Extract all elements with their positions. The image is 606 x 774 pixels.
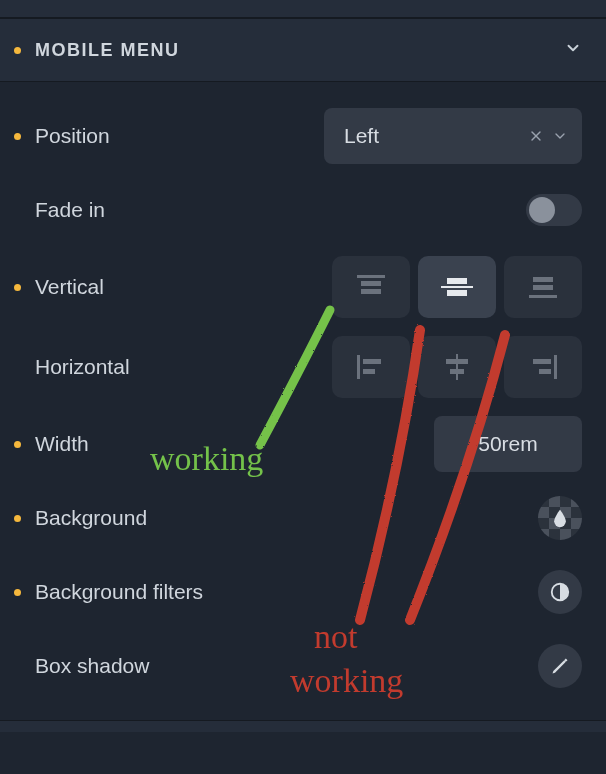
dot-spacer (14, 207, 21, 214)
position-select-value: Left (344, 124, 520, 148)
row-background: Background (14, 490, 582, 546)
align-left-icon (351, 351, 391, 383)
row-position: Position Left (14, 108, 582, 164)
align-bottom-icon (523, 271, 563, 303)
vertical-align-bottom-button[interactable] (504, 256, 582, 318)
modified-dot-icon (14, 47, 21, 54)
label-bg-filters: Background filters (35, 580, 538, 604)
panel-body: Position Left Fade in Vertical (0, 82, 606, 720)
svg-rect-2 (357, 275, 385, 278)
chevron-down-icon[interactable] (552, 128, 568, 144)
background-color-button[interactable] (538, 496, 582, 540)
svg-rect-14 (456, 354, 458, 380)
pencil-icon (550, 656, 570, 676)
modified-dot-icon (14, 441, 21, 448)
svg-rect-11 (357, 355, 360, 379)
row-bg-filters: Background filters (14, 564, 582, 620)
align-middle-icon (437, 271, 477, 303)
horizontal-align-left-button[interactable] (332, 336, 410, 398)
label-vertical: Vertical (35, 275, 332, 299)
svg-rect-8 (533, 277, 553, 282)
align-right-icon (523, 351, 563, 383)
row-width: Width 50rem (14, 416, 582, 472)
vertical-align-middle-button[interactable] (418, 256, 496, 318)
bg-filters-button[interactable] (538, 570, 582, 614)
svg-rect-19 (539, 369, 551, 374)
row-fade-in: Fade in (14, 182, 582, 238)
svg-rect-18 (533, 359, 551, 364)
contrast-icon (549, 581, 571, 603)
row-horizontal: Horizontal (14, 336, 582, 398)
bottom-divider (0, 720, 606, 732)
svg-rect-3 (361, 281, 381, 286)
label-horizontal: Horizontal (35, 355, 332, 379)
position-select[interactable]: Left (324, 108, 582, 164)
modified-dot-icon (14, 133, 21, 140)
top-bar (0, 0, 606, 18)
clear-icon[interactable] (528, 128, 544, 144)
fade-in-toggle[interactable] (526, 194, 582, 226)
svg-rect-15 (446, 359, 468, 364)
label-fade-in: Fade in (35, 198, 526, 222)
row-box-shadow: Box shadow (14, 638, 582, 694)
vertical-align-group (332, 256, 582, 318)
row-vertical: Vertical (14, 256, 582, 318)
modified-dot-icon (14, 284, 21, 291)
modified-dot-icon (14, 589, 21, 596)
label-box-shadow: Box shadow (35, 654, 538, 678)
vertical-align-top-button[interactable] (332, 256, 410, 318)
align-center-icon (437, 351, 477, 383)
svg-rect-12 (363, 359, 381, 364)
horizontal-align-right-button[interactable] (504, 336, 582, 398)
section-title: MOBILE MENU (35, 40, 180, 61)
svg-rect-13 (363, 369, 375, 374)
align-top-icon (351, 271, 391, 303)
chevron-down-icon (564, 39, 582, 61)
toggle-knob (529, 197, 555, 223)
dot-spacer (14, 663, 21, 670)
svg-rect-17 (554, 355, 557, 379)
dot-spacer (14, 364, 21, 371)
section-header-mobile-menu[interactable]: MOBILE MENU (0, 18, 606, 82)
svg-rect-4 (361, 289, 381, 294)
svg-rect-9 (533, 285, 553, 290)
width-input[interactable]: 50rem (434, 416, 582, 472)
label-background: Background (35, 506, 538, 530)
svg-rect-16 (450, 369, 464, 374)
svg-rect-7 (447, 290, 467, 296)
svg-rect-5 (447, 278, 467, 284)
droplet-icon (550, 508, 570, 528)
width-value: 50rem (478, 432, 538, 456)
box-shadow-button[interactable] (538, 644, 582, 688)
label-width: Width (35, 432, 434, 456)
svg-rect-6 (441, 286, 473, 288)
label-position: Position (35, 124, 324, 148)
horizontal-align-group (332, 336, 582, 398)
modified-dot-icon (14, 515, 21, 522)
svg-rect-10 (529, 295, 557, 298)
horizontal-align-center-button[interactable] (418, 336, 496, 398)
